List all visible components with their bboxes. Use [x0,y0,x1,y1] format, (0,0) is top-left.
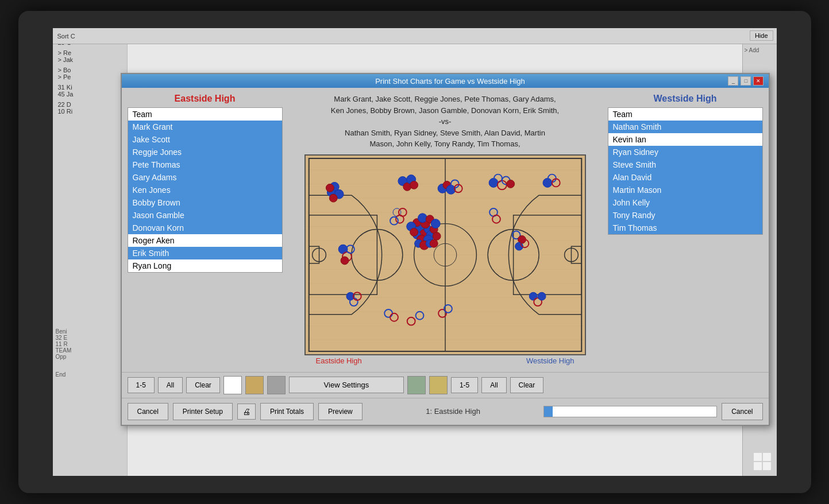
swatch-white[interactable] [223,376,242,394]
east-clear-button[interactable]: Clear [186,377,220,393]
cancel-left-button[interactable]: Cancel [128,403,168,420]
dialog-title: Print Shot Charts for Game vs Westside H… [375,77,525,86]
west-player-item[interactable]: Ryan Sidney [608,146,762,158]
west-player-item[interactable]: Steve Smith [608,158,762,171]
tablet-screen: > Ma25 G > Re> Jak > Bo> Pe 31 Ki45 Ja 2… [53,28,777,476]
windows-logo [754,453,771,470]
west-team-title: Westside High [608,94,763,104]
west-player-item[interactable]: Martin Mason [608,184,762,196]
close-button[interactable]: ✕ [753,76,764,86]
east-team-title: Eastside High [128,94,283,104]
view-settings-button[interactable]: View Settings [289,377,404,393]
sort-label: Sort C [57,33,75,40]
titlebar-controls: _ □ ✕ [728,76,764,86]
svg-point-48 [433,232,441,240]
bg-sidebar: > Ma25 G > Re> Jak > Bo> Pe 31 Ki45 Ja 2… [53,28,128,476]
sort-bar: Sort C [53,28,777,44]
svg-point-50 [410,228,418,236]
status-text: 1: Eastside High [367,407,539,416]
dialog-titlebar: Print Shot Charts for Game vs Westside H… [122,74,769,88]
east-player-item[interactable]: Erik Smith [128,247,282,259]
west-clear-button[interactable]: Clear [510,377,544,393]
west-player-list[interactable]: TeamNathan SmithKevin IanRyan SidneyStev… [608,107,763,235]
west-player-item[interactable]: Nathan Smith [608,121,762,133]
east-player-item[interactable]: Pete Thomas [128,158,282,171]
east-player-item[interactable]: Roger Aken [128,234,282,247]
east-player-item[interactable]: Gary Adams [128,171,282,184]
dialog-content: Eastside High TeamMark GrantJake ScottRe… [122,88,769,372]
swatch-green[interactable] [407,376,426,394]
svg-point-66 [489,178,498,187]
swatch-gray[interactable] [267,376,286,394]
east-player-item[interactable]: Jason Gamble [128,209,282,222]
west-player-item[interactable]: Alan David [608,171,762,184]
east-player-item[interactable]: Ken Jones [128,184,282,196]
west-1-5-button[interactable]: 1-5 [451,377,478,393]
east-players-line1: Mark Grant, Jake Scott, Reggie Jones, Pe… [334,95,556,103]
svg-point-47 [431,219,440,228]
court-label-west: Westside High [526,356,574,365]
east-player-item[interactable]: Jake Scott [128,133,282,146]
printer-setup-button[interactable]: Printer Setup [173,403,233,420]
bg-sidebar-item: 31 Ki45 Ja [56,83,124,99]
svg-point-29 [326,184,334,192]
svg-point-70 [506,180,514,188]
bg-sidebar-item: 22 D10 Ri [56,100,124,116]
basketball-court [304,154,586,355]
east-player-item[interactable]: Mark Grant [128,121,282,133]
west-player-item[interactable]: John Kelly [608,196,762,209]
east-panel: Eastside High TeamMark GrantJake ScottRe… [128,94,283,366]
svg-point-45 [418,213,427,222]
west-all-button[interactable]: All [481,377,506,393]
east-players-line2: Ken Jones, Bobby Brown, Jason Gamble, Do… [331,106,559,115]
svg-point-30 [329,194,337,202]
east-player-item[interactable]: Donovan Korn [128,222,282,234]
hide-button[interactable]: Hide [750,30,773,41]
svg-point-71 [543,178,552,187]
west-player-item[interactable]: Tony Randy [608,209,762,222]
west-player-item[interactable]: Tim Thomas [608,222,762,234]
bottom-controls: 1-5 All Clear View Settings 1-5 All Clea… [122,372,769,398]
swatch-tan[interactable] [245,376,264,394]
west-panel: Westside High TeamNathan SmithKevin IanR… [608,94,763,366]
print-icon-button[interactable]: 🖨 [237,404,256,420]
minimize-button[interactable]: _ [728,76,738,86]
svg-point-54 [430,239,438,247]
east-player-item[interactable]: Bobby Brown [128,196,282,209]
progress-fill [544,406,553,417]
action-bar: Cancel Printer Setup 🖨 Print Totals Prev… [122,398,769,425]
svg-point-87 [529,292,537,300]
east-player-item[interactable]: Ryan Long [128,259,282,272]
west-players-line2: Mason, John Kelly, Tony Randy, Tim Thoma… [369,139,520,148]
court-labels: Eastside High Westside High [304,355,586,366]
print-totals-button[interactable]: Print Totals [260,403,314,420]
east-player-list[interactable]: TeamMark GrantJake ScottReggie JonesPete… [128,107,283,273]
svg-point-93 [341,256,349,264]
matchup-text: Mark Grant, Jake Scott, Reggie Jones, Pe… [331,94,559,150]
east-player-item[interactable]: Reggie Jones [128,146,282,158]
vs-text: -vs- [439,117,452,126]
west-player-item[interactable]: Team [608,108,762,121]
west-player-item[interactable]: Kevin Ian [608,133,762,146]
east-all-button[interactable]: All [158,377,183,393]
court-label-east: Eastside High [316,356,362,365]
east-1-5-button[interactable]: 1-5 [128,377,155,393]
swatch-gold[interactable] [429,376,448,394]
cancel-right-button[interactable]: Cancel [722,403,762,420]
svg-point-89 [538,292,546,300]
svg-point-34 [410,181,418,189]
bg-sidebar-item: > Re> Jak [56,48,124,64]
center-panel: Mark Grant, Jake Scott, Reggie Jones, Pe… [287,94,603,366]
east-player-item[interactable]: Team [128,108,282,121]
tablet-frame: > Ma25 G > Re> Jak > Bo> Pe 31 Ki45 Ja 2… [18,11,811,493]
maximize-button[interactable]: □ [741,76,751,86]
progress-bar [543,406,717,417]
preview-button[interactable]: Preview [318,403,363,420]
main-dialog: Print Shot Charts for Game vs Westside H… [121,73,770,426]
bg-sidebar-item: > Bo> Pe [56,65,124,82]
west-players-line1: Nathan Smith, Ryan Sidney, Steve Smith, … [345,129,545,137]
